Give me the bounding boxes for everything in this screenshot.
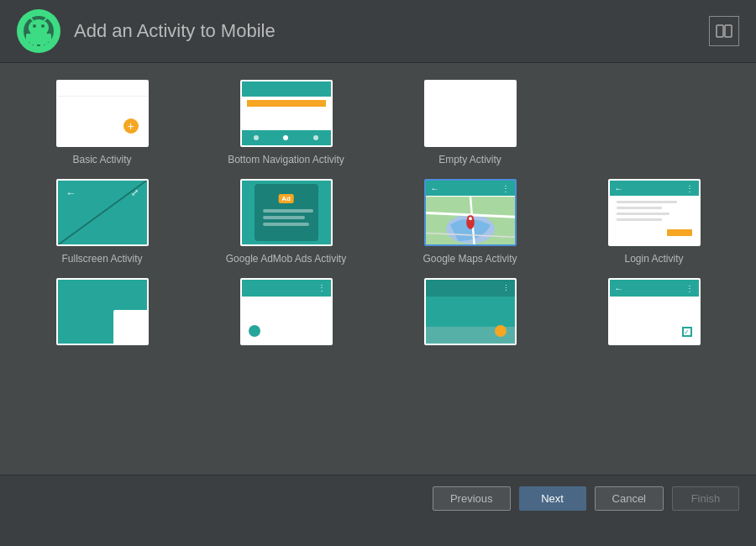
svg-line-14: [58, 181, 146, 244]
bottom-nav-label: Bottom Navigation Activity: [228, 154, 344, 165]
cancel-button[interactable]: Cancel: [595, 486, 664, 511]
fullscreen-label: Fullscreen Activity: [61, 253, 142, 265]
partial-4-thumbnail: ← ⋮: [608, 278, 701, 345]
bottom-nav-thumbnail: [240, 80, 333, 147]
maps-label: Google Maps Activity: [423, 253, 517, 265]
svg-point-22: [469, 217, 472, 220]
admob-label: Google AdMob Ads Activity: [226, 253, 346, 265]
activity-card-basic[interactable]: + Basic Activity: [17, 80, 187, 165]
svg-point-4: [41, 24, 45, 28]
basic-activity-label: Basic Activity: [72, 154, 131, 165]
empty-activity-label: Empty Activity: [438, 154, 501, 165]
activity-card-fullscreen[interactable]: ← ⤢ Fullscreen Activity: [17, 179, 187, 265]
finish-button[interactable]: Finish: [672, 486, 739, 511]
login-label: Login Activity: [624, 253, 683, 265]
svg-rect-8: [26, 34, 30, 42]
empty-activity-thumbnail: [424, 80, 517, 147]
dialog-header: Add an Activity to Mobile: [0, 0, 756, 63]
activity-card-maps[interactable]: ← ⋮: [385, 179, 555, 265]
next-button[interactable]: Next: [519, 486, 586, 511]
header-title: Add an Activity to Mobile: [74, 20, 276, 42]
svg-rect-9: [47, 34, 51, 42]
basic-activity-thumbnail: +: [56, 80, 149, 147]
svg-point-3: [33, 24, 36, 28]
admob-thumbnail: Ad: [240, 179, 333, 246]
partial-3-thumbnail: ⋮: [424, 278, 517, 345]
fullscreen-thumbnail: ← ⤢: [56, 179, 149, 246]
empty-slot-1: [569, 80, 739, 165]
partial-2-thumbnail: ⋮: [240, 278, 333, 345]
partial-1-thumbnail: [56, 278, 149, 345]
android-studio-logo: [17, 9, 60, 53]
svg-rect-12: [717, 25, 723, 37]
activity-card-empty[interactable]: Empty Activity: [385, 80, 555, 165]
activity-card-login[interactable]: ← ⋮ Login Activity: [569, 179, 739, 265]
svg-rect-7: [29, 33, 48, 45]
activity-card-partial-4[interactable]: ← ⋮: [569, 278, 739, 352]
window-layout-icon[interactable]: [709, 16, 739, 46]
activity-card-partial-3[interactable]: ⋮: [385, 278, 555, 352]
activity-grid-container: + Basic Activity Bottom Navigation Activ…: [0, 63, 756, 475]
activity-card-admob[interactable]: Ad Google AdMob Ads Activity: [201, 179, 371, 265]
svg-rect-10: [34, 41, 37, 48]
dialog-footer: Previous Next Cancel Finish: [0, 475, 756, 521]
login-thumbnail: ← ⋮: [608, 179, 701, 246]
previous-button[interactable]: Previous: [433, 486, 511, 511]
activity-grid: + Basic Activity Bottom Navigation Activ…: [17, 80, 739, 352]
activity-card-bottom-nav[interactable]: Bottom Navigation Activity: [201, 80, 371, 165]
activity-card-partial-1[interactable]: [17, 278, 187, 352]
svg-rect-11: [40, 41, 44, 48]
maps-thumbnail: ← ⋮: [424, 179, 517, 246]
svg-rect-13: [725, 25, 732, 37]
activity-card-partial-2[interactable]: ⋮: [201, 278, 371, 352]
